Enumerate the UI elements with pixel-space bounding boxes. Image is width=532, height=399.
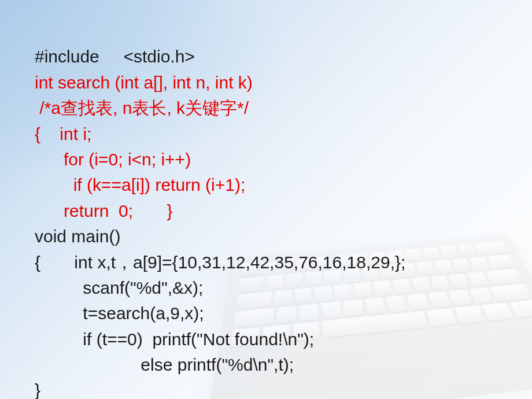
code-line-8: void main() [35,227,120,246]
code-line-6: if (k==a[i]) return (i+1); [35,175,245,194]
code-line-9: { int x,t，a[9]={10,31,12,42,35,76,16,18,… [35,253,405,272]
code-line-4: { int i; [35,124,91,143]
code-line-2: int search (int a[], int n, int k) [35,73,253,92]
code-line-12: if (t==0) printf("Not found!\n"); [35,330,314,349]
code-line-5: for (i=0; i<n; i++) [35,150,191,169]
code-line-11: t=search(a,9,x); [35,304,204,323]
code-line-13: else printf("%d\n",t); [35,355,294,374]
code-line-10: scanf("%d",&x); [35,278,203,297]
code-content: #include <stdio.h> int search (int a[], … [0,0,532,399]
code-line-7: return 0; } [35,201,172,220]
code-line-3: /*a查找表, n表长, k关键字*/ [35,98,249,117]
code-line-14: } [35,380,40,399]
code-line-1: #include <stdio.h> [35,47,195,66]
